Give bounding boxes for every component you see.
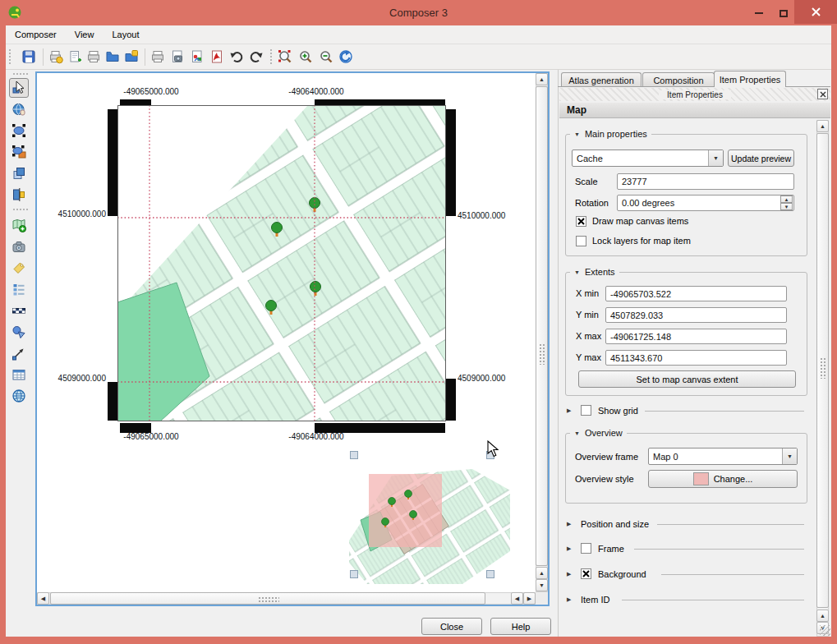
overview-style-change-button[interactable]: Change... [648,470,798,488]
zoom-in-button[interactable] [296,47,315,67]
export-as-image-button[interactable] [168,47,187,67]
dock-close-button[interactable] [817,89,828,99]
move-item-content-button[interactable] [9,99,29,119]
add-new-legend-button[interactable] [9,279,29,299]
select-move-item-button[interactable] [9,78,29,98]
minimize-button[interactable] [749,5,769,21]
expand-arrow-icon[interactable]: ▶ [567,596,571,603]
ymin-input[interactable]: 4507829.033 [605,307,787,323]
ungroup-items-button[interactable] [9,142,29,162]
maximize-button[interactable] [774,5,793,21]
map-item[interactable] [117,105,446,421]
lock-layers-checkbox[interactable] [576,236,586,246]
selection-handle-bottom-left[interactable] [350,570,358,578]
undo-button[interactable] [227,47,246,67]
align-selected-items-button[interactable] [9,185,29,205]
toolbar-drag-handle[interactable] [8,48,12,65]
overview-frame-combo[interactable]: Map 0 ▼ [648,448,798,465]
vscrollbar-thumb[interactable] [536,86,548,566]
export-as-pdf-button[interactable] [207,47,227,67]
scroll-up-button[interactable]: ▲ [816,610,829,622]
menu-view[interactable]: View [66,30,103,39]
update-preview-button[interactable]: Update preview [728,150,794,167]
overview-extent-frame [369,474,442,547]
thumb-grip [820,357,827,379]
new-composer-button[interactable] [46,47,66,67]
section-frame[interactable]: Frame [598,544,624,554]
add-arrow-button[interactable] [9,343,29,363]
map-selection-mark [108,109,117,216]
expand-arrow-icon[interactable]: ▶ [567,545,571,552]
scroll-up-button[interactable]: ▲ [816,120,829,132]
close-window-button[interactable] [794,0,837,24]
add-new-scalebar-button[interactable] [9,301,29,320]
rotation-spin-down[interactable]: ▼ [780,203,793,210]
add-basic-shape-button[interactable] [9,322,29,342]
rotation-spin-up[interactable]: ▲ [780,196,793,203]
composer-manager-button[interactable] [84,47,103,67]
overview-map-item[interactable] [349,454,510,584]
add-html-frame-button[interactable] [9,386,29,406]
set-to-map-canvas-extent-button[interactable]: Set to map canvas extent [578,370,796,388]
duplicate-composer-button[interactable] [65,47,85,67]
tab-composition[interactable]: Composition [642,72,715,87]
close-button[interactable]: Close [421,618,482,635]
raise-items-icon [11,166,26,181]
background-checkbox[interactable] [581,568,591,579]
scroll-right-button[interactable]: ▶ [523,592,536,605]
raise-selected-items-button[interactable] [9,163,29,183]
refresh-view-button[interactable] [336,47,356,67]
toolbar-drag-handle[interactable] [269,48,274,65]
show-grid-checkbox[interactable] [581,405,591,416]
title-bar[interactable]: Composer 3 [0,0,837,25]
menu-composer[interactable]: Composer [6,30,66,39]
overview-title[interactable]: ▼ Overview [570,428,627,438]
tab-atlas-generation[interactable]: Atlas generation [561,72,642,87]
group-items-button[interactable] [9,121,29,140]
load-from-template-button[interactable] [103,47,122,67]
scroll-left-button[interactable]: ◀ [511,592,523,605]
save-as-template-button[interactable] [122,47,141,67]
export-as-svg-button[interactable] [187,47,207,67]
expand-arrow-icon[interactable]: ▶ [567,407,571,414]
add-attribute-table-button[interactable] [9,365,29,384]
ymax-input[interactable]: 4511343.670 [605,350,787,366]
scroll-left-button[interactable]: ◀ [37,592,49,605]
zoom-full-button[interactable] [275,47,295,67]
expand-arrow-icon[interactable]: ▶ [567,571,571,577]
section-item-id[interactable]: Item ID [581,595,609,605]
menu-layout[interactable]: Layout [103,30,148,39]
xmax-input[interactable]: -49061725.148 [605,329,787,344]
selection-handle-top-left[interactable] [350,451,358,459]
preview-mode-combo[interactable]: Cache ▼ [572,150,724,167]
redo-button[interactable] [246,47,266,67]
main-properties-title[interactable]: ▼ Main properties [570,129,651,139]
zoom-out-button[interactable] [316,47,336,67]
rotation-spinbox[interactable]: 0.00 degrees [617,195,794,211]
window-resize-grip[interactable] [820,625,830,636]
draw-map-canvas-items-checkbox[interactable] [576,216,586,227]
selection-handle-bottom-right[interactable] [486,570,494,578]
frame-checkbox[interactable] [581,543,591,554]
extents-title[interactable]: ▼ Extents [570,267,619,277]
add-new-label-button[interactable] [9,258,29,278]
section-position-and-size[interactable]: Position and size [581,519,649,529]
scroll-up-button[interactable]: ▲ [536,73,548,85]
tab-item-properties[interactable]: Item Properties [714,71,786,87]
scale-input[interactable]: 23777 [617,173,794,190]
expand-arrow-icon[interactable]: ▶ [567,521,571,527]
toolbar-drag-handle[interactable] [12,72,29,76]
add-image-button[interactable] [9,237,29,256]
scroll-up-button[interactable]: ▲ [536,567,548,579]
xmin-input[interactable]: -49065703.522 [605,286,787,301]
composer-canvas[interactable]: -49065000.000 -49064000.000 -49065000.00… [35,71,550,606]
dock-title-bar[interactable]: Item Properties [559,88,830,101]
panel-scrollbar-thumb[interactable] [816,133,829,608]
hscrollbar-thumb[interactable] [50,592,485,605]
print-button[interactable] [148,47,168,67]
scroll-down-button[interactable]: ▼ [536,579,548,591]
section-background[interactable]: Background [598,569,646,579]
save-project-button[interactable] [19,47,39,67]
help-button[interactable]: Help [490,618,551,635]
add-new-map-button[interactable] [9,215,29,235]
